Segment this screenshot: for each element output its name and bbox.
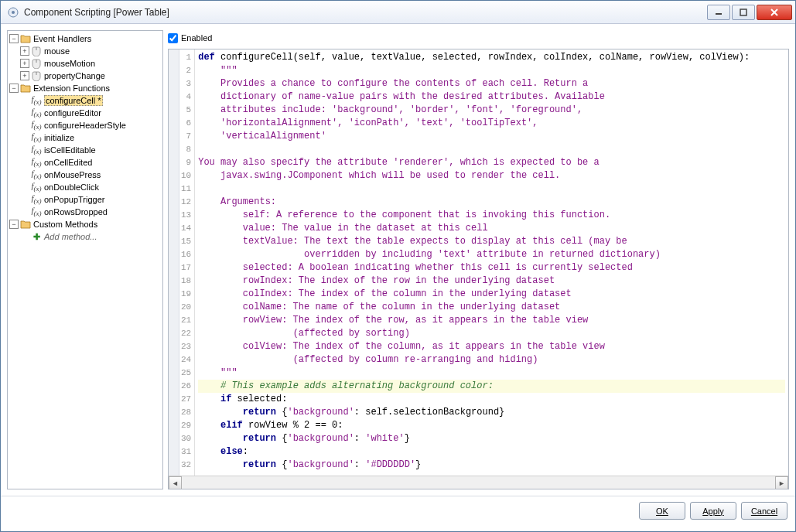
ok-button[interactable]: OK: [639, 502, 685, 520]
code-line[interactable]: rowView: The index of the row, as it app…: [198, 314, 785, 327]
code-line[interactable]: (affected by column re-arranging and hid…: [198, 353, 785, 367]
fold-gutter: [169, 49, 179, 489]
code-line[interactable]: # This example adds alternating backgrou…: [198, 380, 785, 393]
node-label: onPopupTrigger: [44, 195, 104, 204]
close-button[interactable]: [757, 5, 792, 20]
folder-icon: [20, 33, 31, 44]
mouse-icon: [31, 46, 42, 56]
code-line[interactable]: javax.swing.JComponent which will be use…: [198, 169, 785, 182]
code-line[interactable]: return {'background': '#DDDDDD'}: [198, 459, 785, 472]
tree-item-mouse[interactable]: +mouse: [8, 45, 162, 57]
code-line[interactable]: value: The value in the dataset at this …: [198, 222, 785, 235]
code-line[interactable]: return {'background': 'white'}: [198, 432, 785, 445]
function-icon: f(x): [31, 120, 42, 131]
window-title: Component Scripting [Power Table]: [24, 7, 707, 18]
tree-item-mouseMotion[interactable]: +mouseMotion: [8, 57, 162, 70]
code-line[interactable]: selected: A boolean indicating whether t…: [198, 261, 785, 275]
code-line[interactable]: dictionary of name-value pairs with the …: [198, 90, 785, 104]
node-label: Extension Functions: [33, 84, 110, 93]
code-line[interactable]: if selected:: [198, 393, 785, 406]
code-line[interactable]: return {'background': self.selectionBack…: [198, 406, 785, 419]
code-line[interactable]: 'horizontalAlignment', 'iconPath', 'text…: [198, 117, 785, 130]
tree-folder-event-handlers[interactable]: −Event Handlers: [8, 32, 162, 45]
expander-icon[interactable]: −: [9, 220, 19, 229]
cancel-button[interactable]: Cancel: [741, 502, 787, 520]
tree-item-onPopupTrigger[interactable]: f(x)onPopupTrigger: [8, 193, 162, 206]
code-line[interactable]: Provides a chance to configure the conte…: [198, 77, 785, 90]
tree-item-configureCell[interactable]: f(x)configureCell *: [8, 94, 162, 107]
scroll-left-icon[interactable]: ◄: [169, 476, 182, 489]
code-line[interactable]: colIndex: The index of the column in the…: [198, 288, 785, 301]
horizontal-scrollbar[interactable]: ◄ ►: [169, 476, 788, 489]
code-line[interactable]: Arguments:: [198, 196, 785, 209]
code-editor[interactable]: 1234567891011121314151617181920212223242…: [168, 49, 789, 489]
function-icon: f(x): [31, 95, 42, 106]
code-line[interactable]: """: [198, 367, 785, 380]
node-label: configureCell *: [44, 95, 103, 106]
expander-icon[interactable]: −: [9, 84, 19, 93]
node-label: configureHeaderStyle: [44, 121, 126, 130]
tree-item-isCellEditable[interactable]: f(x)isCellEditable: [8, 144, 162, 156]
code-line[interactable]: [198, 143, 785, 156]
plus-icon: ✚: [31, 231, 42, 242]
svg-rect-3: [740, 9, 746, 15]
enabled-label[interactable]: Enabled: [181, 33, 212, 43]
tree-folder-custom-methods[interactable]: −Custom Methods: [8, 218, 162, 230]
function-icon: f(x): [31, 145, 42, 155]
node-label: Event Handlers: [33, 34, 91, 43]
tree-item-propertyChange[interactable]: +propertyChange: [8, 70, 162, 82]
folder-icon: [20, 83, 31, 94]
node-label: onMousePress: [44, 170, 101, 179]
node-label: isCellEditable: [44, 145, 96, 155]
folder-icon: [20, 219, 31, 230]
code-line[interactable]: """: [198, 64, 785, 77]
line-gutter: 1234567891011121314151617181920212223242…: [179, 49, 195, 489]
minimize-button[interactable]: [707, 5, 730, 20]
code-line[interactable]: (affected by sorting): [198, 327, 785, 340]
code-line[interactable]: 'verticalAlignment': [198, 130, 785, 143]
node-label: propertyChange: [44, 71, 105, 80]
tree-item-onRowsDropped[interactable]: f(x)onRowsDropped: [8, 206, 162, 218]
tree-item-configureEditor[interactable]: f(x)configureEditor: [8, 107, 162, 119]
tree-item-initialize[interactable]: f(x)initialize: [8, 131, 162, 144]
tree-item-add-method[interactable]: ✚Add method...: [8, 230, 162, 243]
function-icon: f(x): [31, 194, 42, 205]
scroll-right-icon[interactable]: ►: [775, 476, 788, 489]
tree-item-configureHeaderStyle[interactable]: f(x)configureHeaderStyle: [8, 119, 162, 131]
node-label: Add method...: [44, 232, 97, 241]
code-line[interactable]: rowIndex: The index of the row in the un…: [198, 275, 785, 288]
code-line[interactable]: else:: [198, 445, 785, 459]
tree-item-onCellEdited[interactable]: f(x)onCellEdited: [8, 156, 162, 169]
enabled-checkbox[interactable]: [168, 33, 178, 43]
code-line[interactable]: [198, 182, 785, 196]
tree-item-onDoubleClick[interactable]: f(x)onDoubleClick: [8, 181, 162, 193]
expander-icon[interactable]: −: [9, 34, 19, 43]
dialog-footer: OK Apply Cancel: [1, 496, 795, 525]
function-icon: f(x): [31, 182, 42, 193]
node-label: configureEditor: [44, 108, 101, 118]
tree-panel[interactable]: −Event Handlers+mouse+mouseMotion+proper…: [7, 30, 163, 489]
code-line[interactable]: You may also specify the attribute 'rend…: [198, 156, 785, 169]
app-icon: [7, 6, 19, 19]
tree-item-onMousePress[interactable]: f(x)onMousePress: [8, 169, 162, 181]
code-line[interactable]: self: A reference to the component that …: [198, 209, 785, 222]
expander-icon[interactable]: +: [20, 59, 29, 68]
titlebar[interactable]: Component Scripting [Power Table]: [1, 1, 795, 24]
mouse-icon: [31, 70, 42, 81]
node-label: initialize: [44, 133, 74, 142]
code-line[interactable]: colName: The name of the column in the u…: [198, 301, 785, 314]
code-line[interactable]: overridden by including 'text' attribute…: [198, 248, 785, 261]
code-line[interactable]: elif rowView % 2 == 0:: [198, 419, 785, 432]
code-line[interactable]: attributes include: 'background', 'borde…: [198, 104, 785, 117]
maximize-button[interactable]: [732, 5, 755, 20]
code-area[interactable]: def configureCell(self, value, textValue…: [195, 49, 788, 489]
tree-folder-extension-functions[interactable]: −Extension Functions: [8, 82, 162, 94]
node-label: onRowsDropped: [44, 207, 108, 217]
apply-button[interactable]: Apply: [690, 502, 736, 520]
expander-icon[interactable]: +: [20, 71, 29, 80]
expander-icon[interactable]: +: [20, 46, 29, 56]
code-line[interactable]: def configureCell(self, value, textValue…: [198, 51, 785, 64]
code-line[interactable]: textValue: The text the table expects to…: [198, 235, 785, 248]
node-label: Custom Methods: [33, 220, 97, 229]
code-line[interactable]: colView: The index of the column, as it …: [198, 340, 785, 353]
